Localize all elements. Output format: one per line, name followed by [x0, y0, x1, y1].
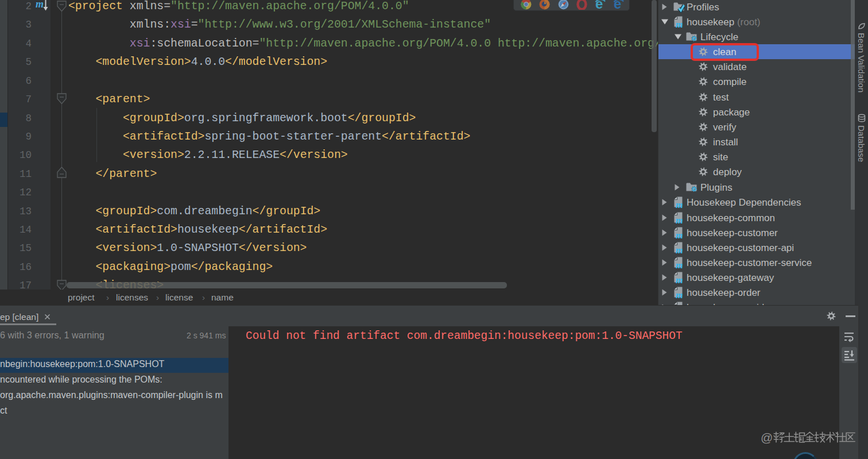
- svg-text:m: m: [676, 20, 683, 28]
- svg-text:m: m: [676, 230, 683, 239]
- svg-text:m: m: [676, 275, 683, 284]
- svg-text:m: m: [676, 215, 683, 224]
- svg-text:m: m: [676, 200, 683, 209]
- svg-text:m: m: [676, 290, 683, 299]
- svg-text:@: @: [761, 431, 773, 444]
- svg-text:m: m: [676, 245, 683, 254]
- svg-text:m: m: [676, 260, 683, 269]
